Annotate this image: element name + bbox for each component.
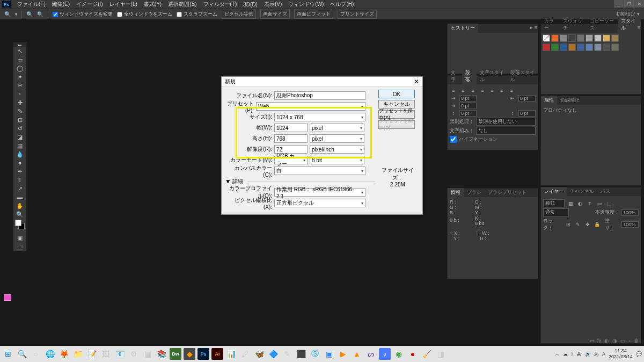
fg-bg-colors[interactable] [13,219,26,234]
history-tab[interactable]: ヒストリー [448,24,478,33]
rec-icon[interactable]: ● [407,348,419,360]
window-close-icon[interactable]: ✕ [634,0,644,8]
resize-window-check[interactable] [53,12,58,17]
preset-select[interactable]: Web [256,102,365,111]
style-swatch[interactable] [543,34,550,42]
style-swatch[interactable] [603,34,610,42]
tray-vol-icon[interactable]: 🔊 [585,351,591,357]
cortana-icon[interactable]: ○ [30,348,42,360]
menu-layer[interactable]: レイヤー(L) [106,1,141,8]
fit-screen-button[interactable]: 画面にフィット [294,10,333,19]
path-tool[interactable]: ↗ [13,184,26,193]
menu-type[interactable]: 書式(Y) [141,1,165,8]
blur-tool[interactable]: 💧 [13,150,26,158]
bit-select[interactable]: 8 bit [310,156,364,164]
mode-select[interactable]: RGB カラー [274,156,308,164]
brushpreset-tab[interactable]: ブラシプリセット [485,188,530,197]
style-swatch[interactable] [551,34,559,42]
butterfly-icon[interactable]: 🦋 [253,348,265,360]
zoom-out-icon[interactable]: 🔍 [37,11,43,17]
style-swatch[interactable] [603,44,610,51]
layer-trash-icon[interactable]: 🗑 [634,338,639,344]
info-tab[interactable]: 情報 [448,188,464,197]
menu-select[interactable]: 選択範囲(S) [165,1,200,8]
shape-tool[interactable]: ▬ [13,193,26,201]
style-swatch[interactable] [586,44,593,51]
wand-tool[interactable]: ✦ [13,73,26,81]
clonesrc-tab[interactable]: コピーソース [587,17,618,33]
dw-icon[interactable]: Dw [170,348,181,360]
photos-icon[interactable]: 🖼 [100,348,112,360]
ps-icon[interactable]: Ps [197,348,209,360]
style-swatch[interactable] [611,34,619,42]
gradient-tool[interactable]: ▤ [13,141,26,150]
color-tab[interactable]: カラー [541,17,560,33]
quickmask-tool[interactable]: ▣ [13,234,26,242]
tray-up-icon[interactable]: ︿ [555,351,560,358]
zoom-tool[interactable]: 🔍 [13,210,26,219]
screenmode-tool[interactable]: ⬚ [13,242,26,251]
window-max-icon[interactable]: ❐ [624,0,634,8]
app5-icon[interactable]: ◉ [393,348,405,360]
layer-group-icon[interactable]: ▭ [620,338,625,344]
layer-mask-icon[interactable]: ◐ [604,338,609,344]
eraser-tool[interactable]: ◪ [13,133,26,141]
lasso-tool[interactable]: ◯ [13,64,26,73]
zoom-in-icon[interactable]: 🔍 [26,11,33,17]
tray-bt-icon[interactable]: ᛒ [571,351,574,357]
dialog-close-icon[interactable]: ✕ [414,78,419,85]
skype-icon[interactable]: Ⓢ [309,348,321,360]
kinsoku-select[interactable]: 禁則を使用しない [476,118,536,126]
task1-icon[interactable]: ▦ [142,348,153,360]
style-swatch[interactable] [594,34,602,42]
tray-ime-icon[interactable]: あ [594,351,599,358]
hand-tool[interactable]: ✋ [13,201,26,210]
menu-3d[interactable]: 3D(D) [240,2,261,8]
ok-button[interactable]: OK [378,90,415,98]
app7-icon[interactable]: ◨ [435,348,447,360]
para-tab[interactable]: 段落 [462,68,477,84]
app4-icon[interactable]: ᔕ [365,348,377,360]
charstyle-tab[interactable]: 文字スタイル [477,68,507,84]
type-tool[interactable]: T [13,176,26,184]
toolbar-grip[interactable]: ▸◂ [13,42,26,47]
menu-help[interactable]: ヘルプ(H) [327,1,357,8]
zoom-all-check[interactable] [117,12,122,17]
attr-tab[interactable]: 属性 [541,96,557,105]
swatch-tab[interactable]: スウォッチ [560,17,587,33]
clock[interactable]: 11:34 2021/08/14 [609,348,633,360]
size-select[interactable]: 1024 x 768 [274,113,365,121]
zoom-icon[interactable]: ▣ [323,348,335,360]
obs-icon[interactable]: ⬛ [295,348,307,360]
menu-window[interactable]: ウィンドウ(W) [285,1,327,8]
notes-icon[interactable]: 📝 [86,348,98,360]
style-swatch[interactable] [543,44,550,51]
marquee-tool[interactable]: ▭ [13,55,26,64]
style-swatch[interactable] [577,44,584,51]
parastyle-tab[interactable]: 段落スタイル [507,68,538,84]
mojikumi-select[interactable]: なし [476,127,536,135]
settings-icon[interactable]: ⚙ [128,348,140,360]
crop-tool[interactable]: ✂ [13,81,26,90]
dodge-tool[interactable]: ● [13,158,26,167]
fg-color[interactable] [15,220,21,226]
channels-tab[interactable]: チャンネル [567,187,597,196]
profile-select[interactable]: 作業用 RGB： sRGB IEC61966-2.1 [274,188,365,197]
style-swatch[interactable] [577,34,584,42]
chrome-icon[interactable]: 🌐 [44,348,56,360]
app2-icon[interactable]: 🔷 [267,348,279,360]
menu-file[interactable]: ファイル(F) [14,1,49,8]
style-swatch[interactable] [568,44,576,51]
layer-new-icon[interactable]: ▫ [628,338,631,344]
app6-icon[interactable]: 🧹 [421,348,433,360]
stamp-tool[interactable]: ⊡ [13,115,26,124]
brush-tab[interactable]: ブラシ [464,188,485,197]
width-unit-select[interactable]: pixel [310,124,364,132]
print-size-button[interactable]: プリントサイズ [338,10,377,19]
layer-fx-icon[interactable]: fx [597,338,602,344]
tray-notif-icon[interactable]: 💬 [636,351,642,357]
style-swatch[interactable] [611,44,619,51]
menu-view[interactable]: 表示(V) [261,1,285,8]
media-icon[interactable]: ▶ [337,348,349,360]
canvas-select[interactable]: 白 [274,166,365,175]
